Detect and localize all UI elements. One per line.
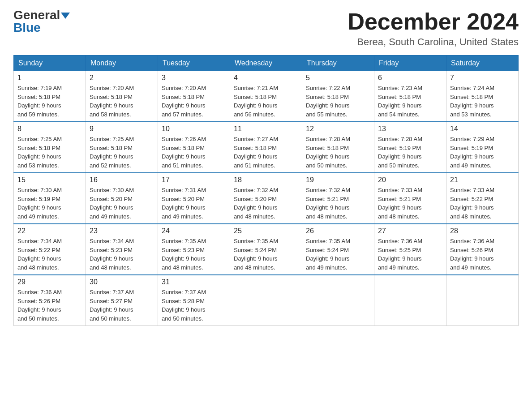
- day-cell-17: 17 Sunrise: 7:31 AM Sunset: 5:20 PM Dayl…: [158, 173, 230, 224]
- day-cell-25: 25 Sunrise: 7:35 AM Sunset: 5:24 PM Dayl…: [230, 224, 302, 275]
- day-cell-16: 16 Sunrise: 7:30 AM Sunset: 5:20 PM Dayl…: [86, 173, 158, 224]
- calendar-week-row: 22 Sunrise: 7:34 AM Sunset: 5:22 PM Dayl…: [14, 224, 519, 275]
- day-number: 23: [90, 227, 154, 235]
- day-cell-3: 3 Sunrise: 7:20 AM Sunset: 5:18 PM Dayli…: [158, 71, 230, 122]
- day-number: 15: [17, 176, 82, 184]
- day-cell-31: 31 Sunrise: 7:37 AM Sunset: 5:28 PM Dayl…: [158, 275, 230, 326]
- day-number: 17: [162, 176, 226, 184]
- day-header-saturday: Saturday: [446, 56, 519, 71]
- day-info: Sunrise: 7:21 AM Sunset: 5:18 PM Dayligh…: [234, 84, 298, 119]
- day-cell-2: 2 Sunrise: 7:20 AM Sunset: 5:18 PM Dayli…: [86, 71, 158, 122]
- day-info: Sunrise: 7:33 AM Sunset: 5:21 PM Dayligh…: [378, 186, 442, 221]
- day-info: Sunrise: 7:25 AM Sunset: 5:18 PM Dayligh…: [17, 135, 82, 170]
- day-info: Sunrise: 7:35 AM Sunset: 5:23 PM Dayligh…: [162, 237, 226, 272]
- logo-general-text: General: [13, 8, 60, 22]
- day-cell-11: 11 Sunrise: 7:27 AM Sunset: 5:18 PM Dayl…: [230, 122, 302, 173]
- day-number: 24: [162, 227, 226, 235]
- day-cell-22: 22 Sunrise: 7:34 AM Sunset: 5:22 PM Dayl…: [14, 224, 86, 275]
- day-header-sunday: Sunday: [14, 56, 86, 71]
- day-info: Sunrise: 7:28 AM Sunset: 5:19 PM Dayligh…: [378, 135, 442, 170]
- day-info: Sunrise: 7:22 AM Sunset: 5:18 PM Dayligh…: [306, 84, 370, 119]
- logo-blue-text: Blue: [13, 21, 41, 34]
- day-cell-30: 30 Sunrise: 7:37 AM Sunset: 5:27 PM Dayl…: [86, 275, 158, 326]
- empty-day-cell: [446, 275, 519, 326]
- day-number: 3: [162, 74, 226, 82]
- day-info: Sunrise: 7:36 AM Sunset: 5:25 PM Dayligh…: [378, 237, 442, 272]
- day-header-thursday: Thursday: [302, 56, 374, 71]
- day-number: 8: [17, 125, 82, 133]
- day-number: 12: [306, 125, 370, 133]
- day-cell-9: 9 Sunrise: 7:25 AM Sunset: 5:18 PM Dayli…: [86, 122, 158, 173]
- day-info: Sunrise: 7:29 AM Sunset: 5:19 PM Dayligh…: [450, 135, 515, 170]
- day-number: 28: [450, 227, 515, 235]
- day-number: 9: [90, 125, 154, 133]
- day-info: Sunrise: 7:26 AM Sunset: 5:18 PM Dayligh…: [162, 135, 226, 170]
- day-cell-28: 28 Sunrise: 7:36 AM Sunset: 5:26 PM Dayl…: [446, 224, 519, 275]
- month-title: December 2024: [348, 9, 519, 34]
- day-number: 20: [378, 176, 442, 184]
- logo: General Blue: [13, 9, 70, 34]
- day-info: Sunrise: 7:32 AM Sunset: 5:21 PM Dayligh…: [306, 186, 370, 221]
- day-info: Sunrise: 7:31 AM Sunset: 5:20 PM Dayligh…: [162, 186, 226, 221]
- day-number: 26: [306, 227, 370, 235]
- empty-day-cell: [374, 275, 446, 326]
- day-cell-5: 5 Sunrise: 7:22 AM Sunset: 5:18 PM Dayli…: [302, 71, 374, 122]
- day-cell-6: 6 Sunrise: 7:23 AM Sunset: 5:18 PM Dayli…: [374, 71, 446, 122]
- day-cell-15: 15 Sunrise: 7:30 AM Sunset: 5:19 PM Dayl…: [14, 173, 86, 224]
- day-number: 13: [378, 125, 442, 133]
- logo-arrow-icon: [61, 13, 70, 19]
- calendar-week-row: 8 Sunrise: 7:25 AM Sunset: 5:18 PM Dayli…: [14, 122, 519, 173]
- calendar-week-row: 15 Sunrise: 7:30 AM Sunset: 5:19 PM Dayl…: [14, 173, 519, 224]
- day-number: 2: [90, 74, 154, 82]
- day-header-friday: Friday: [374, 56, 446, 71]
- day-info: Sunrise: 7:35 AM Sunset: 5:24 PM Dayligh…: [306, 237, 370, 272]
- day-info: Sunrise: 7:35 AM Sunset: 5:24 PM Dayligh…: [234, 237, 298, 272]
- day-header-monday: Monday: [86, 56, 158, 71]
- logo-top: General: [13, 9, 70, 21]
- day-number: 22: [17, 227, 82, 235]
- day-info: Sunrise: 7:27 AM Sunset: 5:18 PM Dayligh…: [234, 135, 298, 170]
- day-number: 30: [90, 278, 154, 286]
- day-cell-27: 27 Sunrise: 7:36 AM Sunset: 5:25 PM Dayl…: [374, 224, 446, 275]
- day-number: 31: [162, 278, 226, 286]
- day-info: Sunrise: 7:30 AM Sunset: 5:20 PM Dayligh…: [90, 186, 154, 221]
- day-info: Sunrise: 7:33 AM Sunset: 5:22 PM Dayligh…: [450, 186, 515, 221]
- day-number: 29: [17, 278, 82, 286]
- day-cell-8: 8 Sunrise: 7:25 AM Sunset: 5:18 PM Dayli…: [14, 122, 86, 173]
- day-header-tuesday: Tuesday: [158, 56, 230, 71]
- day-info: Sunrise: 7:34 AM Sunset: 5:22 PM Dayligh…: [17, 237, 82, 272]
- day-info: Sunrise: 7:32 AM Sunset: 5:20 PM Dayligh…: [234, 186, 298, 221]
- day-info: Sunrise: 7:37 AM Sunset: 5:28 PM Dayligh…: [162, 288, 226, 323]
- calendar-header-row: SundayMondayTuesdayWednesdayThursdayFrid…: [14, 56, 519, 71]
- day-number: 19: [306, 176, 370, 184]
- title-section: December 2024 Berea, South Carolina, Uni…: [348, 9, 519, 48]
- day-cell-1: 1 Sunrise: 7:19 AM Sunset: 5:18 PM Dayli…: [14, 71, 86, 122]
- day-cell-20: 20 Sunrise: 7:33 AM Sunset: 5:21 PM Dayl…: [374, 173, 446, 224]
- location-text: Berea, South Carolina, United States: [348, 36, 519, 48]
- day-number: 10: [162, 125, 226, 133]
- day-cell-19: 19 Sunrise: 7:32 AM Sunset: 5:21 PM Dayl…: [302, 173, 374, 224]
- day-number: 25: [234, 227, 298, 235]
- day-info: Sunrise: 7:23 AM Sunset: 5:18 PM Dayligh…: [378, 84, 442, 119]
- day-info: Sunrise: 7:36 AM Sunset: 5:26 PM Dayligh…: [17, 288, 82, 323]
- day-info: Sunrise: 7:25 AM Sunset: 5:18 PM Dayligh…: [90, 135, 154, 170]
- day-cell-24: 24 Sunrise: 7:35 AM Sunset: 5:23 PM Dayl…: [158, 224, 230, 275]
- calendar-week-row: 1 Sunrise: 7:19 AM Sunset: 5:18 PM Dayli…: [14, 71, 519, 122]
- day-number: 7: [450, 74, 515, 82]
- day-number: 27: [378, 227, 442, 235]
- day-info: Sunrise: 7:20 AM Sunset: 5:18 PM Dayligh…: [162, 84, 226, 119]
- day-info: Sunrise: 7:36 AM Sunset: 5:26 PM Dayligh…: [450, 237, 515, 272]
- day-number: 14: [450, 125, 515, 133]
- day-cell-23: 23 Sunrise: 7:34 AM Sunset: 5:23 PM Dayl…: [86, 224, 158, 275]
- empty-day-cell: [302, 275, 374, 326]
- day-number: 21: [450, 176, 515, 184]
- day-cell-13: 13 Sunrise: 7:28 AM Sunset: 5:19 PM Dayl…: [374, 122, 446, 173]
- day-number: 4: [234, 74, 298, 82]
- day-number: 5: [306, 74, 370, 82]
- day-info: Sunrise: 7:19 AM Sunset: 5:18 PM Dayligh…: [17, 84, 82, 119]
- day-number: 18: [234, 176, 298, 184]
- day-info: Sunrise: 7:24 AM Sunset: 5:18 PM Dayligh…: [450, 84, 515, 119]
- day-cell-10: 10 Sunrise: 7:26 AM Sunset: 5:18 PM Dayl…: [158, 122, 230, 173]
- day-cell-7: 7 Sunrise: 7:24 AM Sunset: 5:18 PM Dayli…: [446, 71, 519, 122]
- day-cell-14: 14 Sunrise: 7:29 AM Sunset: 5:19 PM Dayl…: [446, 122, 519, 173]
